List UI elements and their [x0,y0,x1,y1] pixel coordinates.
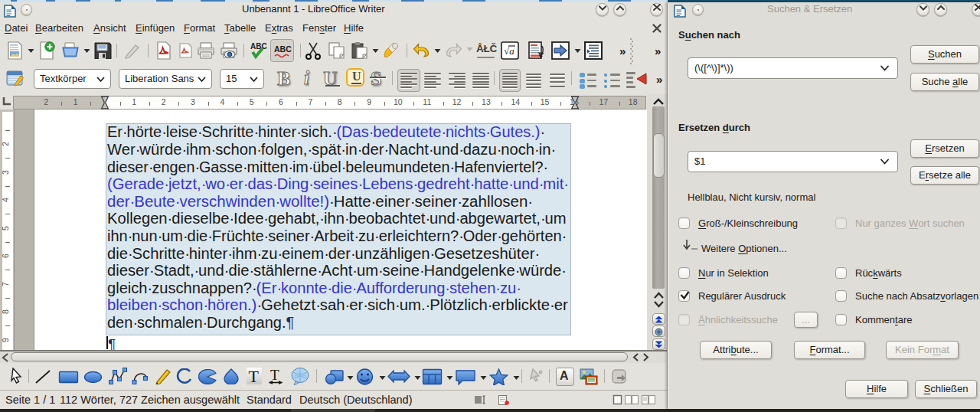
svg-text:ABC: ABC [250,42,267,51]
svg-text:T: T [249,368,260,384]
svg-text:T: T [270,368,279,383]
svg-text:ABC: ABC [274,44,292,54]
svg-text:√a: √a [504,45,514,57]
